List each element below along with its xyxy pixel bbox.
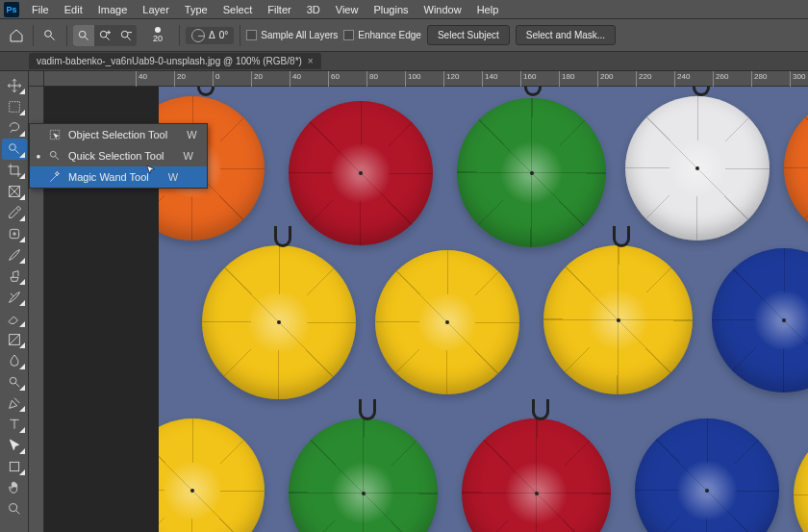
flyout-item-shortcut: W: [187, 129, 196, 140]
select-subject-button[interactable]: Select Subject: [427, 25, 510, 45]
object-selection-icon: [47, 127, 63, 142]
document-canvas[interactable]: [159, 87, 808, 532]
selection-mode-group: [73, 25, 137, 46]
menu-window[interactable]: Window: [417, 2, 468, 17]
menu-layer[interactable]: Layer: [136, 2, 176, 17]
path-selection-tool[interactable]: [2, 435, 27, 456]
app-logo: Ps: [4, 2, 19, 17]
svg-point-11: [9, 504, 16, 512]
flyout-item-object-selection[interactable]: Object Selection Tool W: [30, 124, 207, 145]
eyedropper-tool[interactable]: [2, 202, 27, 223]
frame-tool[interactable]: [2, 181, 27, 202]
blur-tool[interactable]: [2, 350, 27, 371]
sample-all-layers-checkbox[interactable]: Sample All Layers: [246, 30, 338, 40]
svg-point-2: [100, 31, 107, 38]
flyout-item-quick-selection[interactable]: ● Quick Selection Tool W: [30, 145, 207, 166]
add-selection-icon[interactable]: [94, 25, 115, 46]
menu-file[interactable]: File: [25, 2, 56, 17]
menu-view[interactable]: View: [329, 2, 366, 17]
sample-all-layers-label: Sample All Layers: [261, 30, 338, 40]
magic-wand-icon: [47, 169, 63, 185]
ruler-tick: 120: [446, 72, 459, 81]
ruler-tick: 20: [177, 72, 186, 81]
lasso-tool[interactable]: [2, 117, 27, 139]
ruler-tick: 240: [677, 72, 690, 81]
angle-delta-label: Δ: [209, 30, 215, 40]
separator: [179, 25, 180, 46]
tool-preset-icon[interactable]: [39, 25, 61, 46]
svg-point-9: [10, 377, 16, 384]
ruler-tick: 180: [562, 72, 574, 81]
angle-value: 0°: [219, 30, 229, 40]
brush-size-picker[interactable]: 20: [142, 27, 173, 43]
crop-tool[interactable]: [2, 160, 27, 181]
document-tab[interactable]: vadim-babenko-_va6nUab9-0-unsplash.jpg @…: [29, 53, 321, 69]
history-brush-tool[interactable]: [2, 287, 27, 308]
document-tab-bar: vadim-babenko-_va6nUab9-0-unsplash.jpg @…: [0, 52, 808, 71]
ruler-tick: 160: [523, 72, 536, 81]
zoom-tool[interactable]: [2, 498, 27, 519]
clone-stamp-tool[interactable]: [2, 266, 27, 287]
ruler-tick: 40: [139, 72, 147, 81]
gradient-tool[interactable]: [2, 329, 27, 350]
brush-preview-dot: [155, 27, 161, 33]
tools-panel: [0, 71, 29, 532]
ruler-tick: 80: [369, 72, 378, 81]
quick-selection-icon: [47, 148, 63, 164]
healing-brush-tool[interactable]: [2, 223, 27, 244]
ruler-origin[interactable]: [29, 71, 44, 87]
brush-size-value: 20: [153, 35, 163, 43]
tool-flyout-menu: Object Selection Tool W ● Quick Selectio…: [29, 123, 208, 189]
svg-point-0: [45, 30, 52, 37]
flyout-item-label: Object Selection Tool: [68, 129, 167, 140]
hand-tool[interactable]: [2, 477, 27, 498]
subtract-selection-icon[interactable]: [115, 25, 137, 46]
flyout-item-label: Magic Wand Tool: [68, 171, 149, 183]
svg-point-13: [50, 151, 56, 157]
flyout-item-shortcut: W: [183, 150, 192, 162]
ruler-tick: 40: [292, 72, 301, 81]
select-and-mask-button[interactable]: Select and Mask...: [516, 25, 616, 45]
pen-tool[interactable]: [2, 393, 27, 414]
separator: [66, 25, 67, 46]
dodge-tool[interactable]: [2, 371, 27, 393]
flyout-item-label: Quick Selection Tool: [68, 150, 164, 162]
ruler-tick: 300: [793, 72, 805, 81]
svg-rect-10: [10, 462, 18, 470]
ruler-horizontal[interactable]: 40 20 0 20 40 60 80 100 120 140 160 180 …: [44, 71, 808, 87]
separator: [33, 25, 34, 46]
menu-select[interactable]: Select: [216, 2, 260, 17]
quick-selection-tool[interactable]: [2, 139, 27, 160]
home-icon[interactable]: [6, 25, 27, 46]
ruler-tick: 140: [485, 72, 497, 81]
close-icon[interactable]: ×: [308, 56, 314, 66]
enhance-edge-label: Enhance Edge: [358, 30, 421, 40]
ruler-tick: 100: [408, 72, 420, 81]
ruler-tick: 280: [754, 72, 767, 81]
svg-rect-4: [9, 102, 19, 113]
marquee-tool[interactable]: [2, 96, 27, 117]
eraser-tool[interactable]: [2, 308, 27, 329]
flyout-item-shortcut: W: [168, 171, 178, 183]
flyout-item-magic-wand[interactable]: Magic Wand Tool W: [30, 166, 207, 188]
new-selection-icon[interactable]: [73, 25, 94, 46]
brush-tool[interactable]: [2, 244, 27, 266]
svg-point-5: [9, 144, 15, 151]
menu-type[interactable]: Type: [178, 2, 215, 17]
menu-help[interactable]: Help: [470, 2, 506, 17]
menu-edit[interactable]: Edit: [58, 2, 89, 17]
ruler-tick: 60: [331, 72, 340, 81]
separator: [240, 25, 240, 46]
menu-plugins[interactable]: Plugins: [366, 2, 415, 17]
menu-image[interactable]: Image: [91, 2, 135, 17]
svg-point-1: [79, 31, 86, 38]
type-tool[interactable]: [2, 414, 27, 435]
brush-angle-control[interactable]: Δ 0°: [186, 27, 234, 44]
shape-tool[interactable]: [2, 456, 27, 477]
ruler-tick: 0: [215, 72, 219, 81]
menu-filter[interactable]: Filter: [261, 2, 297, 17]
options-bar: 20 Δ 0° Sample All Layers Enhance Edge S…: [0, 19, 808, 52]
menu-3d[interactable]: 3D: [300, 2, 327, 17]
move-tool[interactable]: [2, 75, 27, 96]
enhance-edge-checkbox[interactable]: Enhance Edge: [343, 30, 421, 40]
